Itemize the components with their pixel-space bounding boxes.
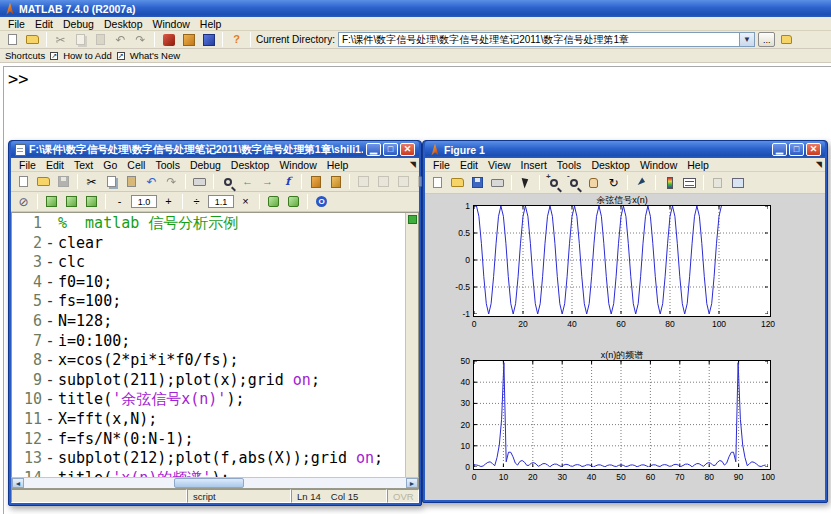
redo-icon[interactable]: ↷ — [132, 32, 149, 48]
copy-icon[interactable] — [72, 32, 89, 48]
breakpoint-dash[interactable]: - — [42, 312, 58, 332]
step-out-icon[interactable] — [395, 174, 412, 190]
new-figure-icon[interactable] — [429, 175, 446, 191]
open-file-icon[interactable] — [35, 174, 52, 190]
menu-desktop[interactable]: Desktop — [226, 159, 275, 171]
publish-html-icon[interactable] — [307, 174, 324, 190]
code-line-13[interactable]: 13-subplot(212);plot(f,abs(X));grid on; — [12, 449, 405, 469]
menu-help[interactable]: Help — [322, 159, 354, 171]
edit-plot-icon[interactable] — [517, 175, 534, 191]
next-cell-icon[interactable] — [63, 194, 80, 210]
paste-icon[interactable] — [123, 174, 140, 190]
figure-titlebar[interactable]: Figure 1 ▁ □ ✕ — [425, 141, 825, 158]
menu-cell[interactable]: Cell — [122, 159, 150, 171]
menu-edit[interactable]: Edit — [30, 18, 58, 30]
insert-colorbar-icon[interactable] — [661, 175, 678, 191]
breakpoint-dash[interactable]: - — [42, 332, 58, 352]
code-line-12[interactable]: 12-f=fs/N*(0:N-1); — [12, 430, 405, 450]
menu-tools[interactable]: Tools — [150, 159, 185, 171]
paste-icon[interactable] — [92, 32, 109, 48]
menu-edit[interactable]: Edit — [41, 159, 69, 171]
code-line-5[interactable]: 5-fs=100; — [12, 292, 405, 312]
dock-arrow-icon[interactable]: ◥ — [816, 160, 822, 169]
editor-code-area[interactable]: 1% matlab 信号分析示例2-clear3-clc4-f0=10;5-fs… — [11, 212, 419, 477]
breakpoint-dash[interactable]: - — [42, 371, 58, 391]
evaluate-cell-icon[interactable] — [265, 194, 282, 210]
code-line-4[interactable]: 4-f0=10; — [12, 273, 405, 293]
undo-icon[interactable]: ↶ — [112, 32, 129, 48]
shortcut-how-to-add[interactable]: How to Add — [63, 50, 112, 61]
folder-up-icon[interactable] — [778, 32, 795, 48]
breakpoint-dash[interactable]: - — [42, 351, 58, 371]
divide-scale-button[interactable]: ÷ — [188, 194, 205, 210]
open-file-icon[interactable] — [449, 175, 466, 191]
menu-file[interactable]: File — [428, 159, 455, 171]
code-line-6[interactable]: 6-N=128; — [12, 312, 405, 332]
minimize-button[interactable]: ▁ — [366, 143, 381, 156]
new-file-icon[interactable] — [15, 174, 32, 190]
code-line-9[interactable]: 9-subplot(211);plot(x);grid on; — [12, 371, 405, 391]
undo-icon[interactable]: ↶ — [143, 174, 160, 190]
pan-icon[interactable] — [585, 175, 602, 191]
previous-cell-icon[interactable] — [83, 194, 100, 210]
breakpoint-dash[interactable]: - — [42, 234, 58, 254]
menu-window[interactable]: Window — [635, 159, 682, 171]
code-line-7[interactable]: 7-i=0:100; — [12, 332, 405, 352]
decrease-font-button[interactable]: - — [111, 194, 128, 210]
cut-icon[interactable]: ✂ — [83, 174, 100, 190]
show-plot-tools-icon[interactable] — [729, 175, 746, 191]
multiply-scale-button[interactable]: × — [237, 194, 254, 210]
scale-factor-field[interactable]: 1.1 — [208, 195, 234, 208]
save-figure-icon[interactable] — [469, 175, 486, 191]
minimize-button[interactable]: ▁ — [772, 143, 787, 156]
menu-desktop[interactable]: Desktop — [99, 18, 148, 30]
guide-icon[interactable] — [180, 32, 197, 48]
code-line-11[interactable]: 11-X=fft(x,N); — [12, 410, 405, 430]
code-line-2[interactable]: 2-clear — [12, 234, 405, 254]
scrollbar-thumb[interactable] — [174, 478, 244, 488]
insert-cell-divider-icon[interactable] — [43, 194, 60, 210]
shortcut-whats-new[interactable]: What's New — [130, 50, 180, 61]
code-line-1[interactable]: 1% matlab 信号分析示例 — [12, 214, 405, 234]
menu-help[interactable]: Help — [682, 159, 714, 171]
menu-window[interactable]: Window — [148, 18, 195, 30]
menu-help[interactable]: Help — [195, 18, 227, 30]
data-cursor-icon[interactable] — [633, 175, 650, 191]
go-forward-icon[interactable]: → — [259, 174, 276, 190]
menu-debug[interactable]: Debug — [185, 159, 226, 171]
editor-horizontal-scrollbar[interactable]: ◄ ► — [11, 477, 419, 489]
redo-icon[interactable]: ↷ — [163, 174, 180, 190]
menu-window[interactable]: Window — [274, 159, 321, 171]
cut-icon[interactable]: ✂ — [52, 32, 69, 48]
profiler-icon[interactable] — [200, 32, 217, 48]
insert-legend-icon[interactable] — [681, 175, 698, 191]
maximize-button[interactable]: □ — [789, 143, 804, 156]
code-line-3[interactable]: 3-clc — [12, 253, 405, 273]
menu-view[interactable]: View — [483, 159, 516, 171]
menu-edit[interactable]: Edit — [455, 159, 483, 171]
font-scale-field[interactable]: 1.0 — [131, 195, 157, 208]
close-button[interactable]: ✕ — [400, 143, 415, 156]
chevron-down-icon[interactable]: ▼ — [740, 32, 755, 47]
help-icon[interactable]: ? — [228, 32, 245, 48]
maximize-button[interactable]: □ — [383, 143, 398, 156]
menu-debug[interactable]: Debug — [58, 18, 99, 30]
figure-canvas[interactable]: 余弦信号x(n) 020406080100120-1-0.500.51 x(n)… — [425, 194, 825, 500]
step-icon[interactable] — [355, 174, 372, 190]
parallel-icon[interactable]: ⊘ — [15, 194, 32, 210]
breakpoint-dash[interactable]: - — [42, 449, 58, 469]
copy-icon[interactable] — [103, 174, 120, 190]
close-button[interactable]: ✕ — [806, 143, 821, 156]
code-line-10[interactable]: 10-title('余弦信号x(n)'); — [12, 390, 405, 410]
print-figure-icon[interactable] — [489, 175, 506, 191]
simulink-icon[interactable] — [160, 32, 177, 48]
zoom-out-icon[interactable]: - — [565, 175, 582, 191]
run-function-icon[interactable]: f — [279, 174, 296, 190]
mlint-ok-icon[interactable] — [408, 215, 417, 224]
breakpoint-dash[interactable]: - — [42, 469, 58, 477]
menu-file[interactable]: File — [3, 18, 30, 30]
breakpoint-dash[interactable]: - — [42, 253, 58, 273]
go-back-icon[interactable]: ← — [239, 174, 256, 190]
new-file-icon[interactable] — [4, 32, 21, 48]
breakpoint-dash[interactable]: - — [42, 410, 58, 430]
